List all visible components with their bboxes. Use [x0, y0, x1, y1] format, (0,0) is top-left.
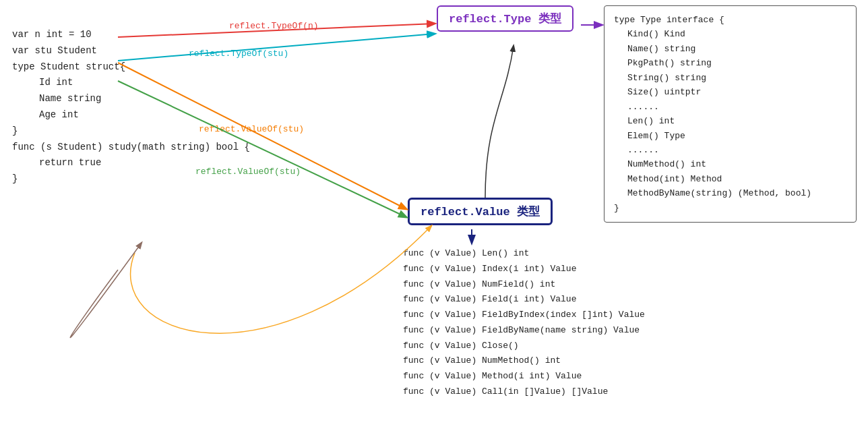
arrow-study-to-value	[131, 226, 431, 333]
value-method-4: func (v Value) FieldByIndex(index []int)…	[403, 308, 645, 323]
type-interface-line-5: Size() uintptr	[614, 85, 846, 99]
type-interface-line-10: NumMethod() int	[614, 157, 846, 171]
type-interface-line-4: String() string	[614, 71, 846, 85]
type-interface-line-9: ......	[614, 143, 846, 157]
value-method-9: func (v Value) Call(in []Value) []Value	[403, 384, 645, 400]
type-interface-line-0: type Type interface {	[614, 13, 846, 27]
code-line-10: }	[12, 171, 250, 187]
code-block: var n int = 10 var stu Student type Stud…	[12, 27, 250, 187]
type-interface-line-7: Len() int	[614, 114, 846, 128]
code-line-7: }	[12, 123, 250, 140]
reflect-value-box: reflect.Value 类型	[408, 198, 553, 225]
code-line-6: Age int	[12, 107, 250, 123]
value-method-3: func (v Value) Field(i int) Value	[403, 292, 645, 308]
reflect-type-box: reflect.Type 类型	[437, 5, 574, 32]
value-method-2: func (v Value) NumField() int	[403, 277, 645, 293]
value-method-8: func (v Value) Method(i int) Value	[403, 369, 645, 384]
value-method-1: func (v Value) Index(i int) Value	[403, 262, 645, 277]
type-interface-line-1: Kind() Kind	[614, 27, 846, 41]
arrow-value-to-type	[485, 46, 514, 198]
code-line-2: var stu Student	[12, 43, 250, 59]
type-interface-line-6: ......	[614, 100, 846, 114]
type-interface-box: type Type interface { Kind() Kind Name()…	[604, 5, 857, 223]
value-method-7: func (v Value) NumMethod() int	[403, 353, 645, 369]
code-line-4: Id int	[12, 75, 250, 91]
code-line-1: var n int = 10	[12, 27, 250, 43]
value-method-0: func (v Value) Len() int	[403, 246, 645, 262]
arrow-return-curve	[70, 243, 142, 337]
type-interface-line-13: }	[614, 201, 846, 215]
type-interface-line-8: Elem() Type	[614, 129, 846, 143]
value-method-6: func (v Value) Close()	[403, 339, 645, 354]
code-line-3: type Student struct{	[12, 59, 250, 76]
code-line-5: Name string	[12, 91, 250, 107]
code-line-9: return true	[12, 155, 250, 171]
type-interface-line-3: PkgPath() string	[614, 56, 846, 70]
value-methods-block: func (v Value) Len() int func (v Value) …	[403, 246, 645, 400]
code-line-8: func (s Student) study(math string) bool…	[12, 140, 250, 156]
value-method-5: func (v Value) FieldByName(name string) …	[403, 323, 645, 339]
type-interface-line-12: MethodByName(string) (Method, bool)	[614, 186, 846, 200]
type-interface-line-2: Name() string	[614, 42, 846, 56]
type-interface-line-11: Method(int) Method	[614, 172, 846, 186]
